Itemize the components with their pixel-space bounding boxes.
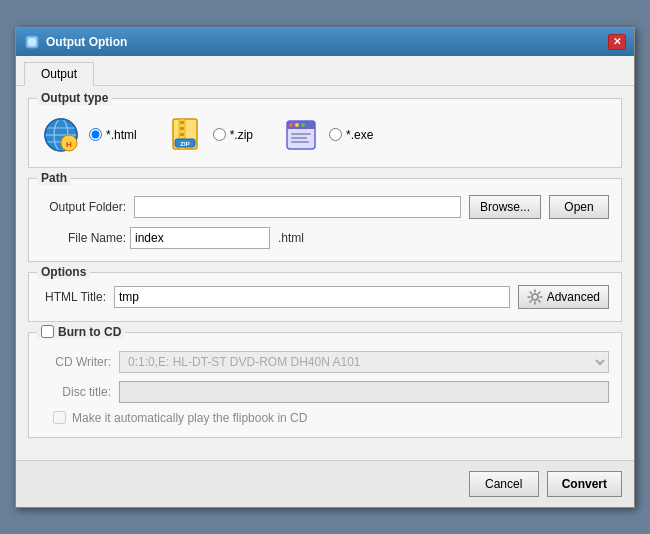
file-name-label: File Name: [41, 231, 126, 245]
exe-label: *.exe [346, 128, 373, 142]
window-title: Output Option [46, 35, 127, 49]
open-button[interactable]: Open [549, 195, 609, 219]
svg-text:H: H [66, 140, 72, 149]
output-folder-input[interactable] [134, 196, 461, 218]
dialog-content: Output type H [16, 86, 634, 460]
zip-radio-option[interactable]: *.zip [213, 128, 253, 142]
title-bar: Output Option ✕ [16, 28, 634, 56]
cd-writer-row: CD Writer: 0:1:0,E: HL-DT-ST DVD-ROM DH4… [41, 351, 609, 373]
exe-radio-option[interactable]: *.exe [329, 128, 373, 142]
svg-rect-14 [180, 133, 184, 136]
svg-rect-25 [291, 141, 309, 143]
html-title-input[interactable] [114, 286, 510, 308]
svg-text:ZIP: ZIP [180, 141, 189, 147]
svg-rect-13 [180, 127, 184, 130]
burn-content: CD Writer: 0:1:0,E: HL-DT-ST DVD-ROM DH4… [41, 341, 609, 425]
output-type-row: H *.html ZIP [41, 107, 609, 155]
svg-rect-23 [291, 133, 311, 135]
html-label: *.html [106, 128, 137, 142]
output-type-label: Output type [37, 91, 112, 105]
exe-icon [281, 115, 321, 155]
svg-rect-24 [291, 137, 307, 139]
title-bar-left: Output Option [24, 34, 127, 50]
zip-radio[interactable] [213, 128, 226, 141]
file-extension-label: .html [278, 231, 304, 245]
options-group-label: Options [37, 265, 90, 279]
file-name-input[interactable] [130, 227, 270, 249]
output-type-group: Output type H [28, 98, 622, 168]
title-controls: ✕ [608, 34, 626, 50]
path-group: Path Output Folder: Browse... Open File … [28, 178, 622, 262]
svg-point-21 [295, 123, 299, 127]
disc-title-label: Disc title: [41, 385, 111, 399]
auto-play-label: Make it automatically play the flipbook … [72, 411, 307, 425]
output-folder-label: Output Folder: [41, 200, 126, 214]
html-title-label: HTML Title: [41, 290, 106, 304]
auto-play-checkbox[interactable] [53, 411, 66, 424]
browse-button[interactable]: Browse... [469, 195, 541, 219]
cd-writer-select[interactable]: 0:1:0,E: HL-DT-ST DVD-ROM DH40N A101 [119, 351, 609, 373]
tab-output[interactable]: Output [24, 62, 94, 86]
dialog-footer: Cancel Convert [16, 460, 634, 507]
svg-point-26 [532, 294, 538, 300]
cd-writer-label: CD Writer: [41, 355, 111, 369]
options-group: Options HTML Title: Advanced [28, 272, 622, 322]
zip-label: *.zip [230, 128, 253, 142]
burn-to-cd-checkbox[interactable] [41, 325, 54, 338]
burn-to-cd-group: Burn to CD CD Writer: 0:1:0,E: HL-DT-ST … [28, 332, 622, 438]
options-row: HTML Title: Advanced [41, 281, 609, 309]
filename-row: File Name: .html [41, 227, 609, 249]
html-radio[interactable] [89, 128, 102, 141]
zip-icon: ZIP [165, 115, 205, 155]
tab-bar: Output [16, 56, 634, 86]
svg-point-22 [301, 123, 305, 127]
disc-title-input[interactable] [119, 381, 609, 403]
exe-radio[interactable] [329, 128, 342, 141]
html-radio-option[interactable]: *.html [89, 128, 137, 142]
svg-point-1 [28, 38, 36, 46]
html-icon: H [41, 115, 81, 155]
burn-label-row: Burn to CD [37, 325, 125, 339]
window-icon [24, 34, 40, 50]
cancel-button[interactable]: Cancel [469, 471, 539, 497]
burn-to-cd-label: Burn to CD [58, 325, 121, 339]
svg-rect-12 [180, 121, 184, 124]
output-folder-row: Output Folder: Browse... Open [41, 195, 609, 219]
svg-point-20 [289, 123, 293, 127]
path-group-label: Path [37, 171, 71, 185]
advanced-button[interactable]: Advanced [518, 285, 609, 309]
close-button[interactable]: ✕ [608, 34, 626, 50]
convert-button[interactable]: Convert [547, 471, 622, 497]
disc-title-row: Disc title: [41, 381, 609, 403]
advanced-label: Advanced [547, 290, 600, 304]
gear-icon [527, 289, 543, 305]
output-option-dialog: Output Option ✕ Output Output type [15, 27, 635, 508]
auto-play-row: Make it automatically play the flipbook … [41, 411, 609, 425]
